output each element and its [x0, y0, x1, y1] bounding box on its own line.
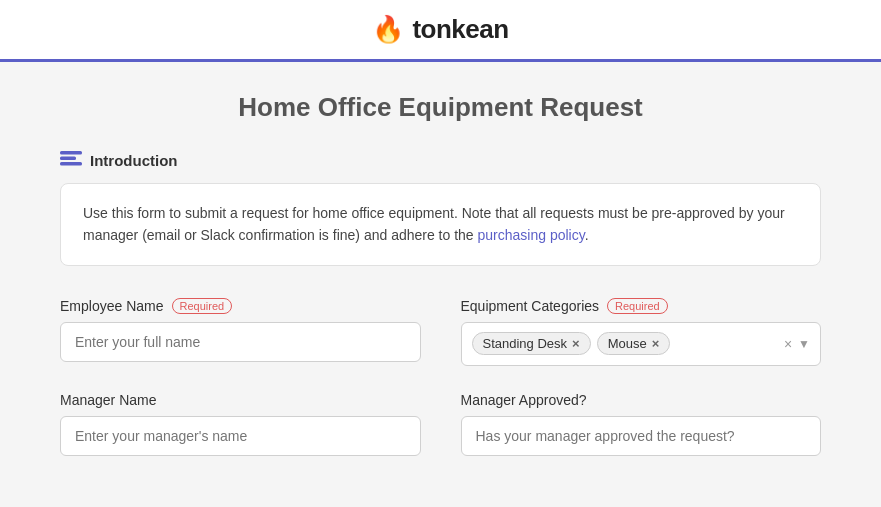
manager-name-group: Manager Name [60, 392, 421, 456]
tag-mouse-remove[interactable]: × [652, 337, 660, 350]
brand-logo: 🔥 tonkean [372, 14, 508, 45]
form-row-2: Manager Name Manager Approved? [60, 392, 821, 456]
manager-approved-label: Manager Approved? [461, 392, 822, 408]
employee-name-group: Employee Name Required [60, 298, 421, 366]
manager-name-input[interactable] [60, 416, 421, 456]
section-label-introduction: Introduction [90, 152, 177, 169]
employee-name-required-badge: Required [172, 298, 233, 314]
app-header: 🔥 tonkean [0, 0, 881, 62]
equipment-categories-select[interactable]: Standing Desk × Mouse × × ▼ [461, 322, 822, 366]
page-content: Home Office Equipment Request Introducti… [0, 62, 881, 507]
svg-rect-2 [60, 162, 82, 166]
tag-mouse-label: Mouse [608, 336, 647, 351]
tag-standing-desk: Standing Desk × [472, 332, 591, 355]
introduction-box: Use this form to submit a request for ho… [60, 183, 821, 266]
tag-standing-desk-label: Standing Desk [483, 336, 568, 351]
intro-body-text: Use this form to submit a request for ho… [83, 205, 785, 243]
purchasing-policy-link[interactable]: purchasing policy [478, 227, 585, 243]
employee-name-label-text: Employee Name [60, 298, 164, 314]
equipment-categories-group: Equipment Categories Required Standing D… [461, 298, 822, 366]
flame-icon: 🔥 [372, 14, 404, 45]
manager-approved-input[interactable] [461, 416, 822, 456]
tag-standing-desk-remove[interactable]: × [572, 337, 580, 350]
form-row-1: Employee Name Required Equipment Categor… [60, 298, 821, 366]
employee-name-label: Employee Name Required [60, 298, 421, 314]
svg-rect-1 [60, 157, 76, 161]
manager-approved-label-text: Manager Approved? [461, 392, 587, 408]
tag-mouse: Mouse × [597, 332, 671, 355]
manager-name-label-text: Manager Name [60, 392, 157, 408]
manager-approved-group: Manager Approved? [461, 392, 822, 456]
manager-name-label: Manager Name [60, 392, 421, 408]
introduction-icon [60, 151, 82, 169]
select-controls: × ▼ [784, 336, 810, 352]
section-header-introduction: Introduction [60, 151, 821, 169]
svg-rect-0 [60, 151, 82, 155]
equipment-categories-required-badge: Required [607, 298, 668, 314]
employee-name-input[interactable] [60, 322, 421, 362]
equipment-categories-label-text: Equipment Categories [461, 298, 600, 314]
intro-body-suffix: . [585, 227, 589, 243]
brand-name: tonkean [412, 14, 508, 45]
select-clear-icon[interactable]: × [784, 336, 792, 352]
select-dropdown-icon[interactable]: ▼ [798, 337, 810, 351]
page-title: Home Office Equipment Request [60, 92, 821, 123]
equipment-categories-label: Equipment Categories Required [461, 298, 822, 314]
